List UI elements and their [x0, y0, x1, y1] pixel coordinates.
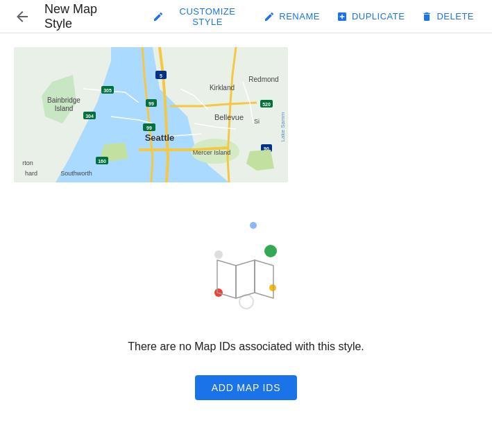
svg-text:Kirkland: Kirkland — [210, 84, 235, 92]
map-preview: 5 520 90 99 Bainbridge Island Seattle Be… — [14, 47, 288, 182]
header-actions: CUSTOMIZE STYLE RENAME DUPLICATE DELETE — [146, 1, 481, 33]
map-illustration — [191, 213, 302, 324]
svg-text:Bainbridge: Bainbridge — [47, 96, 80, 104]
delete-button[interactable]: DELETE — [414, 6, 481, 28]
svg-text:Si: Si — [254, 118, 260, 125]
map-icon — [191, 213, 302, 324]
svg-text:520: 520 — [262, 102, 271, 107]
delete-label: DELETE — [436, 11, 474, 21]
rename-label: RENAME — [279, 11, 320, 21]
svg-point-31 — [264, 245, 277, 257]
svg-text:hard: hard — [25, 170, 37, 177]
empty-state: There are no Map IDs associated with thi… — [14, 199, 478, 422]
svg-text:Mercer Island: Mercer Island — [193, 149, 231, 156]
svg-text:Redmond: Redmond — [248, 76, 278, 83]
svg-text:Seattle: Seattle — [145, 132, 175, 143]
page-title: New Map Style — [44, 2, 126, 31]
customize-style-label: CUSTOMIZE STYLE — [168, 6, 248, 27]
svg-point-30 — [250, 222, 257, 229]
delete-trash-icon — [421, 11, 432, 22]
svg-text:305: 305 — [103, 88, 112, 93]
svg-text:5: 5 — [160, 74, 162, 78]
duplicate-button[interactable]: DUPLICATE — [330, 6, 412, 28]
main-content: 5 520 90 99 Bainbridge Island Seattle Be… — [0, 33, 492, 422]
rename-button[interactable]: RENAME — [257, 6, 327, 28]
svg-text:Southworth: Southworth — [60, 170, 92, 177]
svg-text:Bellevue: Bellevue — [214, 113, 244, 121]
svg-text:rton: rton — [22, 160, 33, 166]
back-button[interactable] — [11, 6, 33, 28]
add-map-ids-button[interactable]: ADD MAP IDS — [195, 375, 298, 400]
map-thumbnail: 5 520 90 99 Bainbridge Island Seattle Be… — [14, 47, 288, 182]
header: New Map Style CUSTOMIZE STYLE RENAME DUP… — [0, 0, 492, 33]
back-arrow-icon — [14, 8, 31, 25]
customize-style-button[interactable]: CUSTOMIZE STYLE — [146, 1, 255, 33]
svg-text:Island: Island — [55, 105, 74, 112]
svg-point-32 — [214, 250, 223, 259]
rename-icon — [264, 11, 275, 22]
duplicate-label: DUPLICATE — [352, 11, 405, 21]
svg-point-34 — [269, 284, 276, 291]
customize-icon — [153, 11, 164, 22]
svg-text:304: 304 — [85, 114, 94, 119]
svg-text:99: 99 — [146, 126, 152, 130]
duplicate-icon — [337, 11, 348, 22]
svg-text:160: 160 — [98, 159, 106, 164]
svg-text:Lake Samm: Lake Samm — [280, 112, 286, 141]
svg-text:99: 99 — [149, 101, 154, 106]
empty-state-message: There are no Map IDs associated with thi… — [128, 341, 364, 353]
